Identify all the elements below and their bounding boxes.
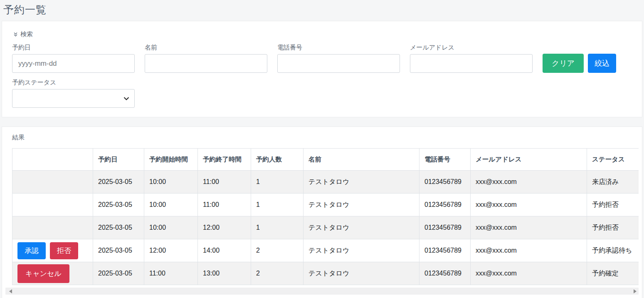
table-row: 2025-03-0510:0011:001テストタロウ0123456789xxx… <box>12 171 639 194</box>
clear-button[interactable]: クリア <box>543 54 584 73</box>
cell-status: 予約確定 <box>587 262 639 285</box>
cell-status: 来店済み <box>587 171 639 194</box>
page-title: 予約一覧 <box>2 0 642 21</box>
email-input[interactable] <box>410 54 533 73</box>
cell-name: テストタロウ <box>303 171 419 194</box>
status-field: 予約ステータス <box>12 79 135 108</box>
cell-name: テストタロウ <box>303 262 419 285</box>
results-table: 予約日予約開始時間予約終了時間予約人数名前電話番号メールアドレスステータス 20… <box>12 148 639 285</box>
email-field: メールアドレス <box>410 44 533 73</box>
cell-email: xxx@xxx.com <box>471 194 587 216</box>
table-row: 承認拒否2025-03-0512:0014:002テストタロウ012345678… <box>12 239 639 262</box>
phone-field: 電話番号 <box>277 44 400 73</box>
search-fields-row: 予約日 名前 電話番号 メールアドレス クリア 絞込 <box>12 44 632 73</box>
results-label: 結果 <box>12 134 639 142</box>
double-chevron-down-icon <box>13 32 18 37</box>
date-field-label: 予約日 <box>12 44 135 52</box>
cell-date: 2025-03-05 <box>93 262 144 285</box>
cell-email: xxx@xxx.com <box>471 262 587 285</box>
row-actions-cell <box>12 194 93 216</box>
date-input[interactable] <box>12 54 135 73</box>
cell-phone: 0123456789 <box>419 171 471 194</box>
cell-name: テストタロウ <box>303 194 419 216</box>
horizontal-scrollbar[interactable] <box>5 288 639 295</box>
search-panel: 検索 予約日 名前 電話番号 メールアドレス クリア 絞込 <box>2 21 642 117</box>
cell-people: 2 <box>251 239 303 262</box>
cell-people: 1 <box>251 171 303 194</box>
scroll-right-icon[interactable] <box>634 289 637 293</box>
cell-start: 10:00 <box>144 216 198 239</box>
column-header: 名前 <box>303 149 419 171</box>
cell-people: 1 <box>251 216 303 239</box>
cell-start: 11:00 <box>144 262 198 285</box>
cell-date: 2025-03-05 <box>93 171 144 194</box>
reject-button[interactable]: 拒否 <box>50 242 78 259</box>
cell-name: テストタロウ <box>303 216 419 239</box>
cell-people: 1 <box>251 194 303 216</box>
phone-field-label: 電話番号 <box>277 44 400 52</box>
results-table-container: 予約日予約開始時間予約終了時間予約人数名前電話番号メールアドレスステータス 20… <box>12 148 639 285</box>
search-buttons: クリア 絞込 <box>543 54 616 73</box>
column-header: 予約人数 <box>251 149 303 171</box>
column-header-actions <box>12 149 93 171</box>
cell-status: 予約承認待ち <box>587 239 639 262</box>
search-collapse-toggle[interactable]: 検索 <box>13 30 33 38</box>
cancel-button[interactable]: キャンセル <box>17 264 69 283</box>
approve-button[interactable]: 承認 <box>17 242 46 259</box>
row-actions-cell <box>12 171 93 194</box>
cell-status: 予約拒否 <box>587 216 639 239</box>
page: 予約一覧 検索 予約日 名前 電話番号 <box>0 0 644 298</box>
cell-start: 12:00 <box>144 239 198 262</box>
column-header: 予約開始時間 <box>144 149 198 171</box>
results-table-body: 2025-03-0510:0011:001テストタロウ0123456789xxx… <box>12 171 639 285</box>
cell-email: xxx@xxx.com <box>471 171 587 194</box>
row-actions-cell <box>12 216 93 239</box>
filter-button[interactable]: 絞込 <box>588 54 616 73</box>
cell-date: 2025-03-05 <box>93 239 144 262</box>
cell-end: 14:00 <box>198 239 251 262</box>
column-header: ステータス <box>587 149 639 171</box>
table-row: 2025-03-0510:0012:001テストタロウ0123456789xxx… <box>12 216 639 239</box>
name-field-label: 名前 <box>145 44 267 52</box>
cell-people: 2 <box>251 262 303 285</box>
cell-start: 10:00 <box>144 194 198 216</box>
cell-status: 予約拒否 <box>587 194 639 216</box>
cell-phone: 0123456789 <box>419 262 471 285</box>
cell-end: 11:00 <box>198 171 251 194</box>
cell-date: 2025-03-05 <box>93 216 144 239</box>
column-header: メールアドレス <box>471 149 587 171</box>
scroll-left-icon[interactable] <box>9 289 12 293</box>
results-table-head-row: 予約日予約開始時間予約終了時間予約人数名前電話番号メールアドレスステータス <box>12 149 639 171</box>
search-toggle-label: 検索 <box>20 30 33 38</box>
email-field-label: メールアドレス <box>410 44 533 52</box>
cell-end: 13:00 <box>198 262 251 285</box>
cell-phone: 0123456789 <box>419 239 471 262</box>
column-header: 予約終了時間 <box>198 149 251 171</box>
cell-phone: 0123456789 <box>419 194 471 216</box>
status-field-label: 予約ステータス <box>12 79 135 87</box>
cell-phone: 0123456789 <box>419 216 471 239</box>
column-header: 電話番号 <box>419 149 471 171</box>
cell-start: 10:00 <box>144 171 198 194</box>
date-field: 予約日 <box>12 44 135 73</box>
table-row: キャンセル2025-03-0511:0013:002テストタロウ01234567… <box>12 262 639 285</box>
column-header: 予約日 <box>93 149 144 171</box>
table-row: 2025-03-0510:0011:001テストタロウ0123456789xxx… <box>12 194 639 216</box>
results-panel: 結果 予約日予約開始時間予約終了時間予約人数名前電話番号メールアドレスステータス… <box>2 127 642 298</box>
row-actions-cell: キャンセル <box>12 262 93 285</box>
cell-email: xxx@xxx.com <box>471 239 587 262</box>
cell-date: 2025-03-05 <box>93 194 144 216</box>
phone-input[interactable] <box>277 54 400 73</box>
cell-end: 12:00 <box>198 216 251 239</box>
cell-name: テストタロウ <box>303 239 419 262</box>
row-actions-cell: 承認拒否 <box>12 239 93 262</box>
name-input[interactable] <box>145 54 267 73</box>
name-field: 名前 <box>145 44 267 73</box>
cell-end: 11:00 <box>198 194 251 216</box>
status-select[interactable] <box>12 89 135 108</box>
cell-email: xxx@xxx.com <box>471 216 587 239</box>
